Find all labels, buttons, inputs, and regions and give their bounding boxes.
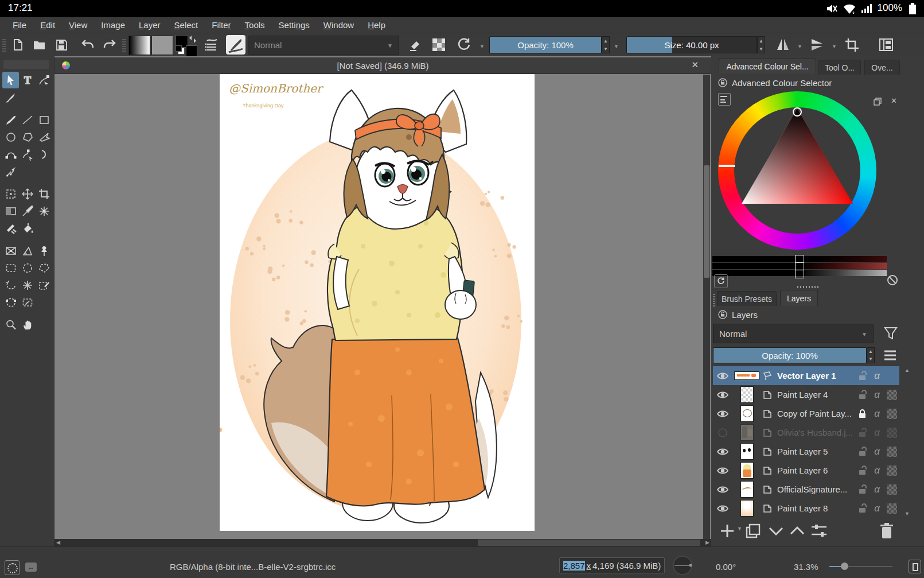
refresh-shades-button[interactable] (714, 274, 728, 288)
toolbox-grip[interactable] (3, 60, 49, 69)
layer-filter-icon[interactable] (883, 326, 898, 341)
menu-item-layer[interactable]: Layer (132, 20, 167, 30)
layer-thumbnail[interactable] (740, 424, 754, 441)
move-layer-down-button[interactable] (767, 523, 785, 538)
dynamic-brush-tool[interactable] (2, 163, 19, 180)
toolbar-grip[interactable] (2, 38, 6, 52)
menu-item-window[interactable]: Window (317, 20, 361, 30)
brush-size-slider[interactable]: Size: 40.00 px (626, 36, 757, 53)
fill-tool[interactable] (19, 220, 36, 236)
layer-row-1[interactable]: Paint Layer 4α (713, 385, 899, 404)
inherit-alpha-icon[interactable] (884, 503, 899, 514)
preserve-alpha-button[interactable] (429, 36, 449, 54)
toolbar-grip[interactable] (122, 38, 126, 52)
layer-thumbnail[interactable] (740, 405, 754, 422)
layer-alpha-icon[interactable]: α (870, 427, 884, 439)
polyline-tool[interactable] (36, 129, 52, 145)
layer-alpha-icon[interactable]: α (870, 408, 884, 420)
layer-thumbnail[interactable] (740, 443, 754, 460)
pattern-chooser[interactable] (151, 36, 173, 55)
layer-hidden-icon[interactable] (713, 428, 732, 438)
background-color-swatch[interactable] (186, 45, 197, 57)
layer-visible-icon[interactable] (713, 390, 732, 400)
layer-opacity-slider[interactable]: Opacity: 100% (713, 347, 867, 363)
layer-visible-icon[interactable] (713, 447, 732, 457)
reset-colors-swatch-black[interactable] (176, 45, 182, 52)
chevron-down-icon[interactable]: ▼ (479, 44, 485, 49)
opacity-spinner[interactable]: ▲▼ (602, 36, 610, 53)
layer-name[interactable]: OfficialSignature... (774, 484, 855, 494)
inherit-alpha-icon[interactable] (884, 409, 899, 419)
ellipse-tool[interactable] (2, 129, 19, 145)
layer-scroll-down-icon[interactable]: ▼ (904, 511, 910, 517)
colour-selector-header[interactable]: Advanced Colour Selector ✕ (711, 76, 924, 90)
text-tool[interactable]: T (19, 72, 36, 88)
save-button[interactable] (52, 36, 71, 54)
layer-row-0[interactable]: Vector Layer 1α (713, 366, 899, 385)
freehand-select-tool[interactable] (2, 277, 19, 293)
layer-alpha-icon[interactable]: α (870, 389, 884, 401)
rect-select-tool[interactable] (2, 259, 19, 276)
freehand-brush-tool[interactable] (2, 111, 19, 128)
lock-docker-icon[interactable] (718, 310, 727, 319)
ellipse-select-tool[interactable] (19, 259, 36, 276)
magnetic-select-tool[interactable] (19, 294, 36, 311)
layer-unlocked-icon[interactable] (855, 390, 870, 400)
layer-thumbnail[interactable] (734, 371, 759, 380)
layer-unlocked-icon[interactable] (855, 484, 870, 495)
choose-brush-preset-button[interactable] (226, 35, 245, 55)
layer-thumbnail[interactable] (740, 386, 754, 403)
chevron-down-icon[interactable]: ▼ (797, 44, 802, 49)
add-layer-dropdown-icon[interactable]: ▼ (737, 526, 742, 532)
docker-splitter-grip[interactable] (797, 286, 820, 288)
menu-item-settings[interactable]: Settings (272, 20, 317, 30)
layer-opacity-spinner[interactable]: ▲▼ (867, 347, 875, 363)
vertical-mirror-tool-button[interactable] (808, 36, 827, 54)
tab-advanced-colour-selector[interactable]: Advanced Colour Sel... (719, 59, 816, 73)
brush-blending-mode-combo[interactable]: Normal ▼ (248, 36, 399, 55)
pan-mode-button[interactable]: ↔ (25, 563, 37, 572)
layer-scroll-up-icon[interactable]: ▲ (904, 367, 910, 373)
saturation-value-triangle[interactable] (718, 91, 876, 250)
smart-patch-tool[interactable] (36, 203, 52, 219)
layer-alpha-icon[interactable]: α (870, 370, 884, 382)
workspace-chooser-button[interactable] (876, 36, 896, 54)
layer-visible-icon[interactable] (713, 484, 732, 495)
layer-alpha-icon[interactable]: α (870, 465, 884, 476)
lock-docker-icon[interactable] (718, 78, 727, 87)
menu-item-edit[interactable]: Edit (33, 20, 62, 30)
scroll-right-icon[interactable]: ▶ (705, 540, 709, 545)
layer-row-4[interactable]: Paint Layer 5α (713, 442, 899, 461)
vertical-scrollbar-thumb[interactable] (704, 165, 709, 278)
tab-overview[interactable]: Ove... (864, 60, 900, 75)
layer-thumbnail[interactable] (740, 500, 754, 517)
reload-original-preset-button[interactable] (454, 36, 474, 54)
shade-strip-handle[interactable] (795, 255, 804, 278)
horizontal-scrollbar-thumb[interactable] (478, 540, 700, 546)
menu-item-image[interactable]: Image (94, 20, 132, 30)
menu-item-select[interactable]: Select (167, 20, 205, 30)
layer-row-7[interactable]: Paint Layer 8α (713, 499, 899, 518)
layer-visible-icon[interactable] (713, 409, 732, 419)
canvas-rotation-dial[interactable] (672, 555, 693, 576)
image-size-field[interactable]: 2,857 x 4,169 (346.9 MiB) (559, 557, 665, 573)
layer-unlocked-icon[interactable] (855, 371, 870, 381)
reference-images-tool[interactable] (36, 242, 52, 259)
enclose-select-tool[interactable] (36, 277, 52, 293)
layer-options-menu-icon[interactable] (883, 349, 897, 362)
layer-name[interactable]: Paint Layer 8 (774, 503, 855, 513)
chevron-down-icon[interactable]: ▼ (614, 44, 619, 49)
layer-alpha-icon[interactable]: α (870, 503, 884, 514)
layer-name[interactable]: Paint Layer 6 (774, 465, 855, 475)
menu-item-file[interactable]: File (6, 20, 33, 30)
undo-button[interactable] (78, 36, 98, 54)
no-colour-icon[interactable] (887, 274, 898, 286)
color-sampler-tool[interactable] (19, 203, 36, 219)
layer-unlocked-icon[interactable] (855, 447, 870, 457)
calligraphy-tool[interactable] (2, 89, 19, 106)
freehand-path-tool[interactable] (19, 146, 36, 162)
layers-docker-header[interactable]: Layers ✕ (711, 308, 924, 321)
zoom-slider-handle[interactable] (841, 563, 848, 570)
layer-blending-mode-combo[interactable]: Normal ▼ (713, 324, 874, 343)
new-document-button[interactable] (8, 36, 28, 54)
